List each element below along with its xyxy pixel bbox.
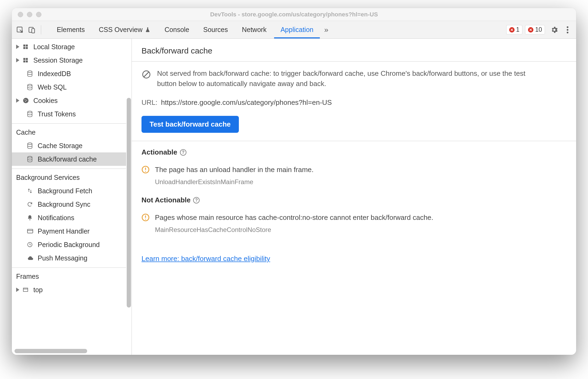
sidebar-item-frame-top[interactable]: top (12, 283, 126, 296)
tab-application[interactable]: Application (274, 21, 320, 38)
scrollbar-thumb[interactable] (15, 349, 87, 353)
heading-text: Not Actionable (141, 196, 190, 204)
sidebar-item-session-storage[interactable]: Session Storage (12, 53, 126, 67)
svg-rect-25 (23, 288, 28, 292)
svg-point-30 (145, 219, 146, 220)
sidebar-item-payment-handler[interactable]: Payment Handler (12, 224, 126, 238)
sidebar-item-label: Cache Storage (38, 142, 83, 150)
tab-network[interactable]: Network (235, 21, 274, 38)
svg-point-21 (28, 143, 32, 144)
page-title: Back/forward cache (132, 39, 576, 62)
sidebar-item-background-fetch[interactable]: Background Fetch (12, 184, 126, 198)
sidebar-item-label: Local Storage (33, 43, 75, 51)
status-row: Not served from back/forward cache: to t… (141, 69, 545, 89)
button-label: Test back/forward cache (150, 120, 231, 128)
sidebar-item-push-messaging[interactable]: Push Messaging (12, 251, 126, 265)
issues-count: 10 (535, 26, 542, 33)
caret-right-icon (16, 45, 19, 49)
sync-icon (27, 201, 34, 207)
caret-right-icon (16, 58, 19, 62)
panel-tabs: Elements CSS Overview Console Sources Ne… (50, 21, 332, 38)
grid-icon (23, 44, 30, 50)
svg-point-17 (25, 99, 26, 100)
sidebar-inner: Storage Local Storage (12, 39, 126, 296)
tab-elements[interactable]: Elements (50, 21, 92, 38)
tab-css-overview[interactable]: CSS Overview (92, 21, 158, 38)
database-icon (27, 111, 34, 117)
database-icon (27, 70, 34, 77)
zoom-window-button[interactable] (36, 12, 41, 17)
not-served-icon (141, 70, 152, 79)
body-split: Storage Local Storage (12, 39, 576, 355)
device-toolbar-icon[interactable] (26, 26, 38, 34)
settings-button[interactable] (548, 26, 561, 34)
sidebar-item-cookies[interactable]: Cookies (12, 94, 126, 107)
issue-row: The page has an unload handler in the ma… (141, 166, 566, 174)
minimize-window-button[interactable] (27, 12, 32, 17)
traffic-lights (12, 12, 41, 17)
issue-code: UnloadHandlerExistsInMainFrame (155, 178, 566, 186)
svg-rect-8 (23, 47, 25, 49)
issue-text: Pages whose main resource has cache-cont… (155, 213, 433, 222)
sidebar-item-label: Background Sync (38, 201, 90, 208)
more-options-button[interactable] (564, 26, 571, 34)
storage-tree: Local Storage Session Storage (12, 40, 126, 121)
svg-point-22 (28, 156, 32, 158)
sidebar-item-notifications[interactable]: Notifications (12, 211, 126, 224)
section-heading-bg: Background Services (12, 169, 126, 184)
svg-point-20 (28, 111, 32, 113)
clock-icon (27, 242, 34, 248)
database-icon (27, 84, 34, 90)
test-bfcache-button[interactable]: Test back/forward cache (141, 116, 239, 133)
sidebar-item-label: Cookies (33, 97, 58, 105)
not-actionable-heading: Not Actionable ? (141, 196, 566, 204)
tabs-overflow[interactable]: » (320, 21, 332, 38)
issues-count-badge[interactable]: ✕ 10 (525, 25, 545, 34)
svg-rect-6 (23, 45, 25, 47)
sidebar-item-background-sync[interactable]: Background Sync (12, 198, 126, 211)
sidebar-horizontal-scrollbar[interactable] (12, 348, 132, 355)
status-panel: Not served from back/forward cache: to t… (132, 62, 576, 141)
learn-more-link[interactable]: Learn more: back/forward cache eligibili… (141, 255, 270, 263)
sidebar-scroll: Storage Local Storage (12, 39, 132, 348)
tab-sources[interactable]: Sources (196, 21, 235, 38)
window-title: DevTools - store.google.com/us/category/… (12, 11, 576, 18)
sidebar-item-bfcache[interactable]: Back/forward cache (12, 152, 126, 166)
help-icon[interactable]: ? (180, 149, 186, 156)
error-count-badge[interactable]: ✕ 1 (506, 25, 523, 34)
experiment-icon (145, 27, 151, 33)
sidebar-vertical-scrollbar[interactable] (127, 98, 131, 308)
url-row: URL: https://store.google.com/us/categor… (141, 98, 566, 107)
tab-label: Network (242, 26, 267, 34)
titlebar: DevTools - store.google.com/us/category/… (12, 8, 576, 21)
sidebar-item-cache-storage[interactable]: Cache Storage (12, 139, 126, 152)
database-icon (27, 142, 34, 149)
gear-icon (550, 26, 558, 34)
svg-point-15 (28, 84, 32, 86)
sidebar-item-periodic-background[interactable]: Periodic Background (12, 238, 126, 251)
sidebar-item-indexeddb[interactable]: IndexedDB (12, 67, 126, 80)
svg-point-14 (28, 71, 32, 72)
svg-point-3 (567, 26, 568, 28)
svg-point-19 (25, 101, 26, 102)
updown-icon (27, 188, 34, 194)
svg-point-18 (26, 100, 27, 101)
sidebar-item-local-storage[interactable]: Local Storage (12, 40, 126, 53)
svg-rect-13 (26, 60, 28, 62)
card-icon (27, 228, 34, 234)
chevron-double-right-icon: » (324, 26, 328, 34)
svg-rect-11 (26, 58, 28, 60)
sidebar-item-trust-tokens[interactable]: Trust Tokens (12, 107, 126, 121)
warning-icon (141, 213, 150, 221)
scrollbar-thumb[interactable] (127, 98, 131, 308)
sidebar-item-websql[interactable]: Web SQL (12, 80, 126, 94)
error-count: 1 (516, 26, 520, 33)
link-text: Learn more: back/forward cache eligibili… (141, 255, 270, 263)
tab-console[interactable]: Console (158, 21, 196, 38)
help-icon[interactable]: ? (193, 197, 200, 203)
sidebar-item-label: Trust Tokens (38, 110, 76, 118)
toolbar-separator (41, 25, 41, 34)
inspect-element-icon[interactable] (14, 26, 26, 34)
url-value: https://store.google.com/us/category/pho… (161, 98, 332, 106)
close-window-button[interactable] (18, 12, 23, 17)
